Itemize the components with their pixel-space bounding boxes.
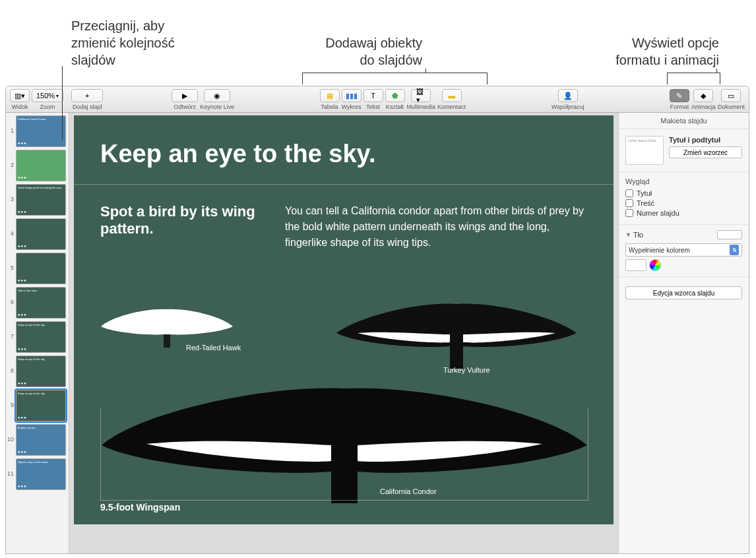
shape-button[interactable]: ⬟ Kształt xyxy=(385,89,405,110)
slide-thumbnail[interactable]: 8Keep an eye to the sky●●● xyxy=(7,356,67,387)
thumbnail-image[interactable]: Some things you'll see along the way●●● xyxy=(16,184,66,216)
slide-thumbnail[interactable]: 4●●● xyxy=(7,218,67,250)
turkey-vulture-image xyxy=(331,297,582,377)
appearance-section-title: Wygląd xyxy=(625,177,742,185)
callout-format-animation: Wyświetl opcje formatu i animacji xyxy=(553,34,719,69)
slide-thumbnail[interactable]: 2●●● xyxy=(7,150,67,181)
body-checkbox-label: Treść xyxy=(637,199,654,207)
slide-number: 2 xyxy=(7,150,14,168)
slide-thumbnail[interactable]: 11Spend a day on the water●●● xyxy=(7,458,67,490)
slide-number: 5 xyxy=(7,253,14,271)
collaborate-icon: 👤 xyxy=(563,91,573,100)
paintbrush-icon: ✎ xyxy=(675,91,684,100)
thumbnail-image[interactable]: Keep an eye to the sky●●● xyxy=(16,321,66,353)
slide-number: 11 xyxy=(7,458,14,477)
format-tab[interactable]: ✎ Format xyxy=(670,89,689,110)
keynote-live-label: Keynote Live xyxy=(200,104,234,110)
fill-type-select[interactable]: Wypełnienie kolorem ⇅ xyxy=(625,243,742,257)
slide-thumbnail[interactable]: 6Take in the vista●●● xyxy=(7,287,67,319)
thumbnail-image[interactable]: Explore by sea●●● xyxy=(16,424,66,456)
chart-icon: ▮▮▮ xyxy=(347,91,356,100)
slide-thumbnail[interactable]: 5●●● xyxy=(7,253,67,284)
title-checkbox[interactable] xyxy=(625,189,633,197)
slide-number: 7 xyxy=(7,321,14,340)
view-button[interactable]: ▥▾ Widok xyxy=(10,89,30,110)
comment-label: Komentarz xyxy=(437,104,466,110)
birds-illustration: Red-Tailed Hawk Turkey Vulture Cal xyxy=(74,300,614,524)
table-button[interactable]: ▦ Tabela xyxy=(320,89,340,110)
comment-button[interactable]: ▬ Komentarz xyxy=(437,89,466,110)
bird2-label: Turkey Vulture xyxy=(443,366,490,374)
wingspan-label: 9.5-foot Wingspan xyxy=(100,502,180,512)
play-icon: ▶ xyxy=(180,91,189,100)
slide-navigator[interactable]: 1California Central Coast●●●2●●●3Some th… xyxy=(6,113,69,553)
collaborate-label: Współpracuj xyxy=(551,104,584,110)
thumbnail-image[interactable]: Keep an eye to the sky●●● xyxy=(16,390,66,421)
build-indicator-dots: ●●● xyxy=(18,416,27,419)
color-wheel-button[interactable] xyxy=(649,259,661,271)
media-icon: 🖼▾ xyxy=(416,91,425,100)
slide-canvas[interactable]: Keep an eye to the sky. Spot a bird by i… xyxy=(69,113,618,553)
text-label: Tekst xyxy=(366,104,380,110)
document-tab[interactable]: ▭ Dokument xyxy=(718,89,745,110)
background-section-title: Tło xyxy=(633,231,643,239)
slide-body-text[interactable]: You can tell a California condor apart f… xyxy=(285,203,587,251)
chart-button[interactable]: ▮▮▮ Wykres xyxy=(342,89,362,110)
table-icon: ▦ xyxy=(325,91,334,100)
thumbnail-image[interactable]: California Central Coast●●● xyxy=(16,115,66,147)
slide-thumbnail[interactable]: 10Explore by sea●●● xyxy=(7,424,67,456)
shape-icon: ⬟ xyxy=(391,91,400,100)
view-label: Widok xyxy=(11,104,28,110)
slide-thumbnail[interactable]: 1California Central Coast●●● xyxy=(7,115,67,147)
slide-title[interactable]: Keep an eye to the sky. xyxy=(100,140,587,168)
animate-label: Animacja xyxy=(691,104,716,110)
slidenum-checkbox[interactable] xyxy=(625,209,633,217)
slidenum-checkbox-row[interactable]: Numer slajdu xyxy=(625,209,742,217)
media-button[interactable]: 🖼▾ Multimedia xyxy=(407,89,436,110)
wingspan-line xyxy=(100,500,588,501)
thumbnail-image[interactable]: ●●● xyxy=(16,150,66,181)
body-checkbox-row[interactable]: Treść xyxy=(625,199,742,207)
change-master-button[interactable]: Zmień wzorzec xyxy=(669,146,742,158)
california-condor-image xyxy=(94,379,595,511)
slide-thumbnail[interactable]: 7Keep an eye to the sky●●● xyxy=(7,321,67,353)
slide[interactable]: Keep an eye to the sky. Spot a bird by i… xyxy=(74,115,614,524)
text-icon: T xyxy=(369,91,378,100)
color-swatch[interactable] xyxy=(625,259,646,271)
animate-icon: ◆ xyxy=(699,91,708,100)
play-button[interactable]: ▶ Odtwórz xyxy=(172,89,198,110)
document-label: Dokument xyxy=(718,104,745,110)
thumbnail-image[interactable]: ●●● xyxy=(16,253,66,284)
callout-reorder-slides: Przeciągnij, aby zmienić kolejność slajd… xyxy=(71,17,203,69)
body-checkbox[interactable] xyxy=(625,199,633,207)
thumbnail-image[interactable]: Take in the vista●●● xyxy=(16,287,66,319)
slide-number: 3 xyxy=(7,184,14,202)
layout-thumbnail[interactable]: Lorem Ipsum Dolor xyxy=(625,136,664,165)
format-label: Format xyxy=(670,104,689,110)
keynote-live-button[interactable]: ◉ Keynote Live xyxy=(200,89,234,110)
zoom-button[interactable]: 150%▾ Zoom xyxy=(32,89,63,110)
build-indicator-dots: ●●● xyxy=(18,244,27,248)
collaborate-button[interactable]: 👤 Współpracuj xyxy=(551,89,584,110)
toolbar: ▥▾ Widok 150%▾ Zoom + Dodaj slajd ▶ Odtw… xyxy=(6,86,749,113)
background-preview-swatch[interactable] xyxy=(717,230,742,239)
edit-master-slide-button[interactable]: Edycja wzorca slajdu xyxy=(625,286,742,299)
slide-subtitle[interactable]: Spot a bird by its wing pattern. xyxy=(100,203,259,251)
thumbnail-image[interactable]: ●●● xyxy=(16,218,66,250)
broadcast-icon: ◉ xyxy=(212,91,222,100)
callout-add-objects: Dodawaj obiekty do slajdów xyxy=(251,34,422,69)
text-button[interactable]: T Tekst xyxy=(363,89,383,110)
document-icon: ▭ xyxy=(726,91,736,100)
build-indicator-dots: ●●● xyxy=(18,484,27,488)
title-checkbox-row[interactable]: Tytuł xyxy=(625,189,742,197)
add-slide-button[interactable]: + Dodaj slajd xyxy=(71,89,103,110)
format-inspector: Makieta slajdu Lorem Ipsum Dolor Tytuł i… xyxy=(618,113,749,553)
disclosure-triangle-icon[interactable]: ▼ xyxy=(625,232,631,238)
build-indicator-dots: ●●● xyxy=(18,141,27,145)
animate-tab[interactable]: ◆ Animacja xyxy=(691,89,716,110)
thumbnail-image[interactable]: Keep an eye to the sky●●● xyxy=(16,356,66,387)
chart-label: Wykres xyxy=(342,104,362,110)
slide-thumbnail[interactable]: 3Some things you'll see along the way●●● xyxy=(7,184,67,216)
thumbnail-image[interactable]: Spend a day on the water●●● xyxy=(16,458,66,490)
slide-thumbnail[interactable]: 9Keep an eye to the sky●●● xyxy=(7,390,67,421)
